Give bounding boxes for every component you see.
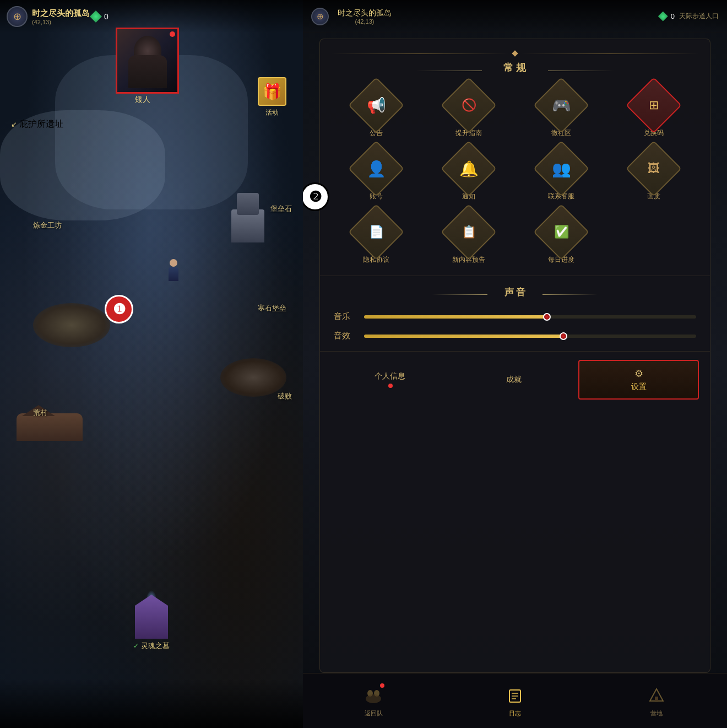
svg-rect-8 — [655, 697, 658, 701]
village-label: 荒村 — [33, 408, 47, 418]
personal-info-button[interactable]: 个人信息 — [331, 365, 449, 395]
account-icon: 👤 — [366, 160, 386, 178]
tomb-label-container: ✓ 灵魂之墓 — [133, 641, 170, 651]
support-icon: 👥 — [552, 160, 571, 178]
right-currency-amount: 0 — [671, 12, 675, 20]
sfx-slider-row: 音效 — [320, 326, 710, 346]
general-title-text: 常 规 — [503, 62, 526, 73]
right-location-coords: (42,13) — [355, 18, 375, 25]
location-icon[interactable]: ⊕ — [7, 6, 28, 27]
fortress-terrain — [226, 193, 270, 242]
shelter-arrow: ↙ — [11, 120, 19, 128]
tab-camp[interactable]: 营地 — [585, 679, 727, 723]
left-panel: ⊕ 时之尽头的孤岛 (42,13) 0 矮人 🎁 活动 ↙ 庇护所遗址 炼金工坊… — [0, 0, 303, 728]
quality-icon: 🖼 — [648, 161, 660, 176]
guide-icon: 🚫 — [461, 98, 476, 112]
icon-redeem[interactable]: ⊞ 兑换码 — [612, 85, 696, 138]
quality-diamond: 🖼 — [626, 141, 682, 197]
icon-privacy[interactable]: 📄 隐私协议 — [334, 212, 418, 265]
tomb-label: 灵魂之墓 — [141, 641, 170, 651]
soul-tomb[interactable]: ✓ 灵魂之墓 — [133, 595, 170, 651]
sfx-slider-thumb[interactable] — [560, 332, 567, 340]
icons-grid-row2: 👤 账号 🔔 通知 👥 联系客服 🖼 画质 — [320, 149, 710, 212]
portrait-inner — [117, 29, 177, 92]
icon-empty — [612, 212, 696, 265]
fortress-rock-label: 堡垒石 — [270, 204, 292, 214]
icon-daily[interactable]: ✅ 每日进度 — [519, 212, 604, 265]
icon-announcement[interactable]: 📢 公告 — [334, 85, 418, 138]
tab-team[interactable]: 返回队 — [303, 679, 444, 723]
right-currency-gem — [658, 12, 668, 21]
sfx-slider-track[interactable] — [364, 335, 696, 338]
right-location-name: 时之尽头的孤岛 — [338, 8, 392, 18]
music-slider-thumb[interactable] — [543, 313, 551, 321]
bottom-nav-left — [0, 678, 303, 728]
sound-section: 声 音 音乐 音效 — [320, 276, 710, 351]
broken-label: 破败 — [278, 391, 292, 401]
music-label: 音乐 — [334, 311, 356, 322]
activity-label: 活动 — [265, 108, 279, 117]
icon-support[interactable]: 👥 联系客服 — [519, 149, 604, 201]
support-diamond: 👥 — [533, 141, 589, 197]
location-name: 时之尽头的孤岛 — [32, 8, 90, 19]
settings-label: 设置 — [631, 382, 647, 392]
sound-section-title: 声 音 — [320, 282, 710, 307]
account-diamond: 👤 — [348, 141, 404, 197]
forge-label: 炼金工坊 — [33, 220, 62, 230]
team-tab-label: 返回队 — [365, 709, 383, 718]
music-slider-row: 音乐 — [320, 307, 710, 326]
character-portrait[interactable] — [116, 28, 179, 94]
personal-info-red-dot — [388, 384, 393, 388]
privacy-diamond: 📄 — [348, 204, 404, 260]
char-figure — [126, 33, 170, 88]
icon-notification[interactable]: 🔔 通知 — [426, 149, 511, 201]
icon-preview[interactable]: 📋 新内容预告 — [426, 212, 511, 265]
team-tab-icon — [362, 684, 384, 707]
currency-left: 0 — [90, 10, 108, 23]
settings-button[interactable]: ⚙ 设置 — [578, 360, 699, 400]
portrait-red-dot — [170, 31, 175, 37]
right-currency: 0 — [658, 12, 675, 21]
icon-guide[interactable]: 🚫 提升指南 — [426, 85, 511, 138]
settings-content: ⚙ 设置 — [586, 368, 691, 392]
gem-icon — [90, 10, 102, 23]
daily-icon: ✅ — [554, 225, 569, 239]
rock-formation-2 — [220, 358, 286, 397]
settings-icon: ⚙ — [634, 368, 643, 380]
personal-info-label: 个人信息 — [375, 371, 405, 381]
icons-grid-row3: 📄 隐私协议 📋 新内容预告 ✅ 每日进度 — [320, 212, 710, 276]
tomb-check: ✓ — [133, 642, 139, 650]
guide-diamond: 🚫 — [441, 77, 497, 133]
tab-daily[interactable]: 日志 — [444, 679, 586, 723]
right-top-right: 0 天际步道人口 — [658, 12, 719, 21]
activity-button[interactable]: 🎁 活动 — [258, 77, 286, 117]
shelter-text: 庇护所遗址 — [19, 119, 63, 128]
icon-community[interactable]: 🎮 微社区 — [519, 85, 604, 138]
icon-account[interactable]: 👤 账号 — [334, 149, 418, 201]
version-bar — [320, 39, 710, 48]
redeem-icon: ⊞ — [649, 98, 659, 112]
announcement-diamond: 📢 — [348, 77, 404, 133]
village-terrain — [17, 413, 83, 441]
ornament-line-1 — [331, 53, 508, 54]
right-location-icon[interactable]: ⊕ — [311, 8, 329, 25]
bottom-tabs-right: 返回队 日志 营地 — [303, 673, 727, 728]
notification-icon: 🔔 — [459, 160, 478, 178]
char-on-map — [165, 259, 182, 287]
music-slider-fill — [364, 315, 547, 319]
dwarf-label: 矮人 — [135, 95, 150, 105]
location-info: 时之尽头的孤岛 (42,13) — [32, 8, 90, 25]
icon-quality[interactable]: 🖼 画质 — [612, 149, 696, 201]
right-location: 时之尽头的孤岛 (42,13) — [338, 8, 392, 25]
settings-panel: ❷ 常 规 📢 公告 🚫 — [319, 39, 710, 673]
redeem-diamond: ⊞ — [626, 77, 682, 133]
music-slider-track[interactable] — [364, 315, 696, 319]
right-panel: ⊕ 时之尽头的孤岛 (42,13) 0 天际步道人口 ❷ — [303, 0, 727, 728]
achievements-button[interactable]: 成就 — [455, 368, 573, 391]
daily-tab-label: 日志 — [509, 709, 521, 718]
team-tab-dot — [380, 683, 384, 688]
daily-tab-icon — [504, 684, 526, 707]
svg-point-2 — [366, 694, 381, 703]
privacy-icon: 📄 — [368, 225, 383, 239]
rock-formation-1 — [33, 303, 110, 347]
